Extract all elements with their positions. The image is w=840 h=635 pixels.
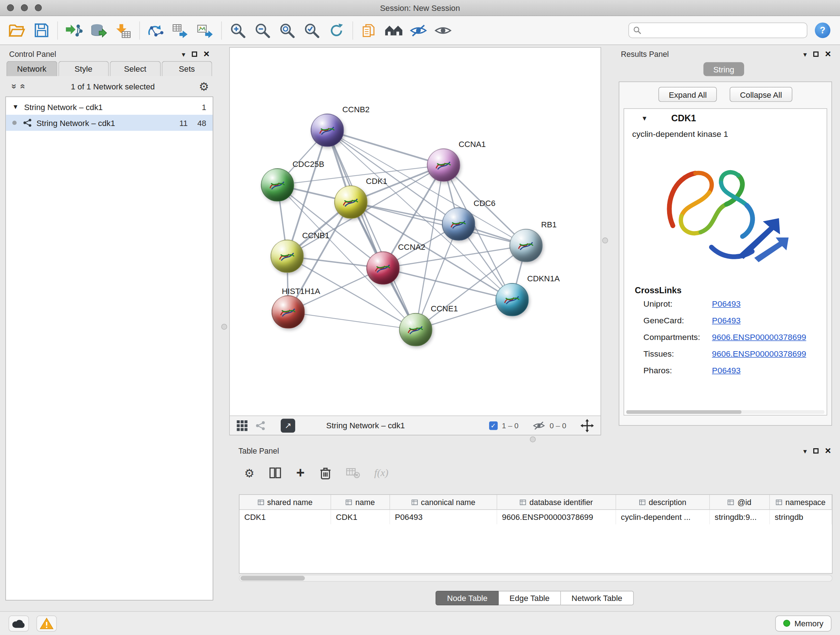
table-options-gear-icon[interactable]: ⚙ xyxy=(244,467,254,478)
zoom-out-icon[interactable] xyxy=(250,19,275,42)
import-table-file-icon[interactable] xyxy=(111,19,136,42)
network-collection-row[interactable]: ▼ String Network – cdk1 1 xyxy=(6,98,213,114)
panel-maximize-icon[interactable] xyxy=(192,51,197,57)
zoom-selected-icon[interactable] xyxy=(300,19,324,42)
splitter-handle[interactable] xyxy=(602,238,608,243)
network-from-table-icon[interactable] xyxy=(168,19,193,42)
network-node-CDKN1A[interactable] xyxy=(496,283,529,317)
table-cell-shared-name[interactable]: CDK1 xyxy=(240,510,331,524)
splitter-handle[interactable] xyxy=(530,436,536,442)
save-session-icon[interactable] xyxy=(29,19,54,42)
column-sort-icon[interactable] xyxy=(639,499,646,505)
warnings-button[interactable] xyxy=(36,615,57,631)
panel-float-icon[interactable]: ▾ xyxy=(803,50,807,58)
column-header-description[interactable]: description xyxy=(616,495,710,509)
panel-maximize-icon[interactable] xyxy=(813,448,819,454)
network-node-HIST1H1A[interactable] xyxy=(272,295,305,329)
column-sort-icon[interactable] xyxy=(411,499,418,505)
crosslink-compartments-link[interactable]: 9606.ENSP00000378699 xyxy=(712,332,806,342)
birdseye-view-icon[interactable] xyxy=(256,421,265,431)
splitter-handle[interactable] xyxy=(221,324,227,329)
hide-selected-eye-icon[interactable] xyxy=(406,19,431,42)
table-row[interactable]: CDK1CDK1P064939606.ENSP00000378699cyclin… xyxy=(240,510,832,524)
network-node-CDC25B[interactable] xyxy=(261,168,294,202)
help-button[interactable]: ? xyxy=(815,22,830,38)
table-cell-name[interactable]: CDK1 xyxy=(331,510,390,524)
column-header-database-identifier[interactable]: database identifier xyxy=(497,495,616,509)
grid-view-icon[interactable] xyxy=(236,420,248,432)
import-network-file-icon[interactable] xyxy=(62,19,86,42)
memory-button[interactable]: Memory xyxy=(775,615,832,631)
network-node-CCNA1[interactable] xyxy=(427,149,460,182)
network-node-RB1[interactable] xyxy=(509,229,543,262)
column-header-shared-name[interactable]: shared name xyxy=(240,495,331,509)
expander-icon[interactable]: ▼ xyxy=(12,103,20,111)
selected-checkbox-icon[interactable]: ✓ xyxy=(489,421,498,430)
column-sort-icon[interactable] xyxy=(775,499,782,505)
network-node-CDK1[interactable] xyxy=(334,185,368,219)
crosslink-tissues-link[interactable]: 9606.ENSP00000378699 xyxy=(712,348,806,358)
column-sort-icon[interactable] xyxy=(728,499,734,505)
open-in-new-window-icon[interactable]: ↗ xyxy=(281,418,295,432)
export-image-icon[interactable] xyxy=(193,19,218,42)
crosslink-genecard-link[interactable]: P06493 xyxy=(712,316,741,325)
crosslink-uniprot-link[interactable]: P06493 xyxy=(712,299,741,309)
import-network-database-icon[interactable] xyxy=(86,19,111,42)
column-header-name[interactable]: name xyxy=(331,495,390,509)
table-cell-canonical-name[interactable]: P06493 xyxy=(390,510,497,524)
network-row[interactable]: String Network – cdk1 11 48 xyxy=(6,115,213,131)
show-columns-icon[interactable] xyxy=(269,467,282,479)
add-column-icon[interactable]: + xyxy=(296,466,305,480)
network-node-CDC6[interactable] xyxy=(442,207,475,241)
refresh-layout-icon[interactable] xyxy=(324,19,349,42)
network-options-gear-icon[interactable]: ⚙ xyxy=(199,81,209,92)
column-header-namespace[interactable]: namespace xyxy=(770,495,832,509)
table-horizontal-scrollbar[interactable] xyxy=(239,575,832,582)
collapse-all-button[interactable]: Collapse All xyxy=(729,87,792,102)
panel-close-icon[interactable]: × xyxy=(825,448,831,454)
column-sort-icon[interactable] xyxy=(346,499,352,505)
pan-crosshair-icon[interactable] xyxy=(580,418,594,432)
tab-network[interactable]: Network xyxy=(6,61,57,76)
table-cell--id[interactable]: stringdb:9... xyxy=(710,510,770,524)
open-session-icon[interactable] xyxy=(4,19,29,42)
network-node-CCNA2[interactable] xyxy=(366,252,400,285)
zoom-fit-icon[interactable] xyxy=(275,19,300,42)
column-sort-icon[interactable] xyxy=(520,499,526,505)
column-header-canonical-name[interactable]: canonical name xyxy=(390,495,497,509)
search-box[interactable] xyxy=(628,22,807,38)
network-node-CCNB2[interactable] xyxy=(311,114,344,147)
table-cell-database-identifier[interactable]: 9606.ENSP00000378699 xyxy=(497,510,616,524)
panel-maximize-icon[interactable] xyxy=(813,51,819,57)
home-icon[interactable] xyxy=(381,19,406,42)
tab-select[interactable]: Select xyxy=(110,61,161,76)
panel-float-icon[interactable]: ▾ xyxy=(182,50,186,58)
new-network-icon[interactable] xyxy=(144,19,168,42)
results-horizontal-scrollbar[interactable] xyxy=(626,410,824,414)
table-cell-description[interactable]: cyclin-dependent ... xyxy=(616,510,710,524)
gene-expander-icon[interactable]: ▼ xyxy=(641,115,649,122)
expand-all-networks-icon[interactable]: « xyxy=(17,82,28,91)
copy-document-icon[interactable] xyxy=(357,19,381,42)
crosslink-pharos-link[interactable]: P06493 xyxy=(712,365,741,375)
expand-all-button[interactable]: Expand All xyxy=(659,87,717,102)
tab-edge-table[interactable]: Edge Table xyxy=(499,591,561,605)
tab-node-table[interactable]: Node Table xyxy=(436,591,499,605)
column-sort-icon[interactable] xyxy=(257,499,264,505)
show-all-eye-icon[interactable] xyxy=(431,19,455,42)
network-node-CCNE1[interactable] xyxy=(399,313,432,347)
search-input[interactable] xyxy=(645,26,803,35)
tab-string[interactable]: String xyxy=(703,62,744,76)
tab-sets[interactable]: Sets xyxy=(161,61,212,76)
table-cell-namespace[interactable]: stringdb xyxy=(770,510,832,524)
tab-style[interactable]: Style xyxy=(58,61,109,76)
zoom-in-icon[interactable] xyxy=(225,19,250,42)
cloud-status-button[interactable] xyxy=(9,615,29,631)
tab-network-table[interactable]: Network Table xyxy=(561,591,633,605)
network-node-CCNB1[interactable] xyxy=(271,240,304,273)
panel-close-icon[interactable]: × xyxy=(825,51,831,57)
panel-float-icon[interactable]: ▾ xyxy=(803,447,807,455)
network-canvas[interactable]: CCNB2CCNA1CDC25BCDK1CDC6RB1CCNB1CCNA2CDK… xyxy=(230,48,600,416)
delete-column-trash-icon[interactable] xyxy=(319,466,332,480)
column-header--id[interactable]: @id xyxy=(710,495,770,509)
